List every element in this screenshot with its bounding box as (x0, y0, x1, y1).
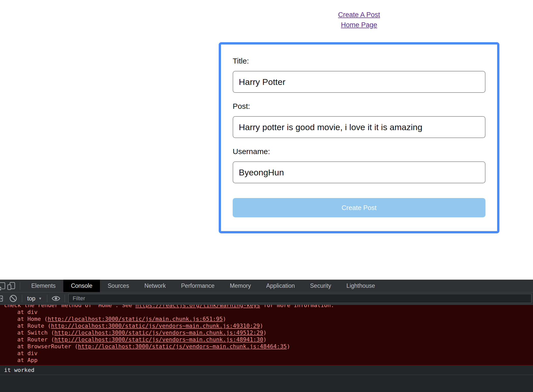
post-label: Post: (233, 102, 485, 111)
live-expression-eye-icon[interactable] (51, 293, 61, 304)
stack-source-link[interactable]: http://localhost:3000/static/js/vendors~… (54, 329, 263, 336)
nav-link-home-page[interactable]: Home Page (219, 20, 499, 30)
stack-line: at App (0, 357, 533, 364)
stack-source-link[interactable]: http://localhost:3000/static/js/vendors~… (51, 323, 260, 329)
devtools-tabbar: ElementsConsoleSourcesNetworkPerformance… (0, 280, 533, 292)
tabbar-divider (20, 282, 20, 290)
tab-elements[interactable]: Elements (24, 280, 63, 292)
console-sidebar-icon[interactable] (0, 293, 4, 304)
create-post-form: Title: Post: Username: Create Post (219, 42, 499, 233)
screen: Create A PostHome Page Title: Post: User… (0, 0, 533, 392)
tab-lighthouse[interactable]: Lighthouse (339, 280, 383, 292)
error-message-line: check the render method of `Home`. See h… (0, 305, 533, 309)
stack-line: at Home (http://localhost:3000/static/js… (0, 315, 533, 322)
tab-performance[interactable]: Performance (173, 280, 222, 292)
username-label: Username: (233, 147, 485, 156)
devtools-tabs: ElementsConsoleSourcesNetworkPerformance… (24, 280, 383, 292)
post-input[interactable] (233, 116, 485, 138)
username-input[interactable] (233, 161, 485, 183)
context-selector[interactable]: top ▼ (26, 295, 43, 302)
tab-console[interactable]: Console (63, 280, 100, 292)
title-input[interactable] (233, 71, 485, 93)
chevron-down-icon: ▼ (38, 296, 42, 300)
filter-input[interactable] (68, 294, 531, 303)
toolbar-divider (22, 295, 22, 302)
tab-security[interactable]: Security (302, 280, 339, 292)
console-toolbar: top ▼ (0, 292, 533, 305)
stack-line: at Router (http://localhost:3000/static/… (0, 336, 533, 343)
nav-links: Create A PostHome Page (219, 10, 499, 30)
error-message-link[interactable]: https://reactjs.org/link/warning-keys (136, 305, 260, 308)
stack-source-link[interactable]: http://localhost:3000/static/js/vendors~… (54, 336, 263, 343)
stack-source-link[interactable]: http://localhost:3000/static/js/vendors~… (78, 343, 287, 350)
context-selector-label: top (27, 295, 35, 302)
inspect-icon[interactable] (0, 281, 6, 291)
tab-network[interactable]: Network (137, 280, 173, 292)
tab-sources[interactable]: Sources (100, 280, 137, 292)
stack-line: at Switch (http://localhost:3000/static/… (0, 329, 533, 336)
toolbar-divider (65, 295, 65, 302)
error-message-text: for more information. (260, 305, 334, 308)
stack-line: at div (0, 309, 533, 315)
app-content: Create A PostHome Page Title: Post: User… (219, 0, 499, 233)
devtools-panel: ElementsConsoleSourcesNetworkPerformance… (0, 280, 533, 392)
title-label: Title: (233, 57, 485, 65)
stack-line: at BrowserRouter (http://localhost:3000/… (0, 343, 533, 350)
clear-console-icon[interactable] (8, 293, 18, 304)
stack-line: at Route (http://localhost:3000/static/j… (0, 322, 533, 329)
nav-link-create-a-post[interactable]: Create A Post (219, 10, 499, 20)
tab-application[interactable]: Application (259, 280, 303, 292)
console-error-message: check the render method of `Home`. See h… (0, 305, 533, 365)
device-toolbar-icon[interactable] (6, 281, 16, 291)
error-message-text: check the render method of `Home`. See (4, 305, 136, 308)
stack-source-link[interactable]: http://localhost:3000/static/js/main.chu… (48, 316, 223, 322)
stack-line: at div (0, 350, 533, 357)
tab-memory[interactable]: Memory (222, 280, 259, 292)
console-log-line: it worked (0, 365, 533, 375)
create-post-button[interactable]: Create Post (233, 198, 485, 217)
toolbar-divider (47, 295, 47, 302)
